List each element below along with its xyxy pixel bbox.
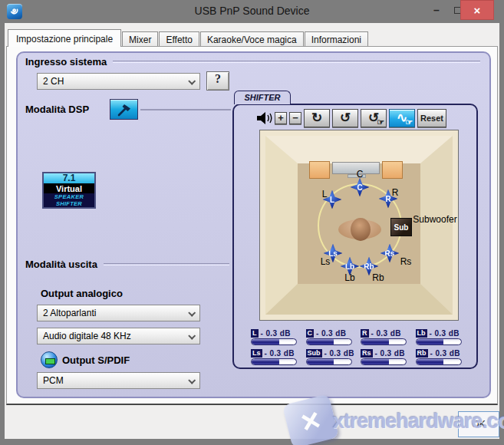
app-window: USB PnP Sound Device – × Impostazione pr… xyxy=(0,0,504,445)
tab-karaoke-voce-magica[interactable]: Karaoke/Voce magica xyxy=(200,31,304,46)
level-bar-fill xyxy=(307,339,334,344)
dsp-mode-button[interactable] xyxy=(110,99,138,120)
minimize-button[interactable]: – xyxy=(427,0,446,20)
spdif-format-value: PCM xyxy=(43,375,64,386)
tab-page: Ingresso sistema 2 CH ? Modalità DSP 7.1… xyxy=(6,46,498,405)
meter-Sub: Sub- 0.3 dB xyxy=(306,348,355,365)
spdif-output-label: Output S/PDIF xyxy=(62,354,130,366)
chevron-down-icon xyxy=(188,77,196,85)
close-button[interactable]: × xyxy=(460,0,494,20)
meter-L: L- 0.3 dB xyxy=(251,328,300,345)
label-lb: Lb xyxy=(344,272,354,283)
main-panel: Ingresso sistema 2 CH ? Modalità DSP 7.1… xyxy=(16,51,491,398)
dsp-mode-label: Modalità DSP xyxy=(25,104,89,115)
channel-select-value: 2 CH xyxy=(43,76,64,87)
rotate-clockwise-button[interactable]: ↻ xyxy=(304,109,330,127)
divider xyxy=(104,263,229,265)
divider xyxy=(140,109,231,110)
level-bar-fill xyxy=(307,359,334,364)
ok-button[interactable]: OK xyxy=(458,411,499,437)
zoom-in-button[interactable]: + xyxy=(275,112,287,124)
meter-R: R- 0.3 dB xyxy=(361,328,410,345)
tab-mixer[interactable]: Mixer xyxy=(122,31,158,46)
level-bar xyxy=(306,338,352,345)
level-bar-fill xyxy=(417,339,444,344)
rotate-counterclockwise-button[interactable]: ↺ xyxy=(332,109,358,127)
level-bar-fill xyxy=(252,339,279,344)
meter-Lb: Lb- 0.3 dB xyxy=(416,328,465,345)
tab-effetto[interactable]: Effetto xyxy=(159,31,199,46)
front-right-speaker-box xyxy=(382,161,403,179)
level-bar xyxy=(361,338,407,345)
level-value: - 0.3 dB xyxy=(375,349,405,358)
tab-informazioni[interactable]: Informazioni xyxy=(305,31,368,46)
level-value: - 0.3 dB xyxy=(316,329,346,338)
badge-speaker-shifter: SPEAKER SHIFTER xyxy=(44,193,94,207)
meter-Ls: Ls- 0.3 dB xyxy=(251,348,300,365)
tab-impostazione-principale[interactable]: Impostazione principale xyxy=(8,29,121,47)
manual-shifter-button[interactable]: ∿ ☞ xyxy=(389,109,415,127)
front-left-speaker-box xyxy=(309,161,330,179)
spdif-format-select[interactable]: PCM xyxy=(37,372,200,389)
level-value: - 0.3 dB xyxy=(265,349,295,358)
level-meters: L- 0.3 dB C- 0.3 dB R- 0.3 dB Lb- 0 xyxy=(251,328,464,365)
label-center: C xyxy=(357,169,364,180)
channel-badge: L xyxy=(251,329,259,338)
speaker-icon xyxy=(255,110,272,126)
hammer-icon xyxy=(116,102,133,117)
channel-select[interactable]: 2 CH xyxy=(37,73,200,90)
level-bar xyxy=(416,338,462,345)
title-bar: USB PnP Sound Device – × xyxy=(0,0,504,23)
tab-strip: Impostazione principale Mixer Effetto Ka… xyxy=(8,29,369,46)
level-bar-fill xyxy=(361,359,389,364)
level-bar-fill xyxy=(417,359,444,364)
label-right: R xyxy=(392,187,399,198)
listener-head xyxy=(351,218,371,241)
analog-output-value: 2 Altoparlanti xyxy=(43,308,96,318)
analog-output-select[interactable]: 2 Altoparlanti xyxy=(37,305,200,321)
channel-badge: R xyxy=(361,329,369,338)
level-value: - 0.3 dB xyxy=(261,329,291,338)
reset-button[interactable]: Reset xyxy=(417,109,446,127)
manual-rotation-button[interactable]: ↺ ☞ xyxy=(361,109,387,127)
level-bar xyxy=(306,358,352,365)
channel-badge: Lb xyxy=(416,329,427,338)
label-left: L xyxy=(322,189,328,199)
analog-output-label: Output analogico xyxy=(41,288,123,299)
meter-C: C- 0.3 dB xyxy=(306,328,355,345)
speaker-room-view: C L R Ls Rs Lb Rb Sub C L R Ls Rs Lb xyxy=(259,130,459,321)
level-bar xyxy=(416,358,462,365)
channel-badge: Ls xyxy=(251,349,262,358)
divider xyxy=(113,61,480,63)
label-subwoofer: Subwoofer xyxy=(413,214,456,225)
section-heading: Ingresso sistema xyxy=(25,56,107,68)
label-ls: Ls xyxy=(321,256,331,267)
help-button[interactable]: ? xyxy=(206,71,229,91)
chevron-down-icon xyxy=(188,377,196,384)
section-heading: Modalità uscita xyxy=(25,259,97,270)
chevron-down-icon xyxy=(188,332,196,340)
level-bar xyxy=(251,338,297,345)
speaker-subwoofer[interactable]: Sub xyxy=(390,218,412,236)
section-modalita-uscita: Modalità uscita xyxy=(25,259,229,270)
dialog-client-area: Impostazione principale Mixer Effetto Ka… xyxy=(5,23,499,439)
label-rb: Rb xyxy=(372,272,384,283)
shifter-tab[interactable]: SHIFTER xyxy=(234,91,291,104)
badge-virtual: Virtual xyxy=(44,184,94,193)
channel-badge: Rb xyxy=(416,349,428,358)
shifter-toolbar: + − ↻ ↺ ↺ ☞ ∿ ☞ Reset xyxy=(255,107,446,128)
shifter-panel: + − ↻ ↺ ↺ ☞ ∿ ☞ Reset xyxy=(232,104,478,369)
digital-audio-select[interactable]: Audio digitale 48 KHz xyxy=(37,328,200,344)
chevron-down-icon xyxy=(188,309,196,317)
channel-badge: Rs xyxy=(361,349,373,358)
channel-badge: Sub xyxy=(306,349,322,358)
level-value: - 0.3 dB xyxy=(371,329,401,338)
virtual-speaker-shifter-badge[interactable]: 7.1 Virtual SPEAKER SHIFTER xyxy=(42,172,96,209)
level-value: - 0.3 dB xyxy=(430,329,460,338)
zoom-out-button[interactable]: − xyxy=(289,112,301,124)
level-value: - 0.3 dB xyxy=(324,349,354,358)
level-bar-fill xyxy=(252,359,279,364)
meter-Rb: Rb- 0.3 dB xyxy=(416,348,465,365)
meter-Rs: Rs- 0.3 dB xyxy=(361,348,410,365)
digital-audio-value: Audio digitale 48 KHz xyxy=(43,331,131,341)
